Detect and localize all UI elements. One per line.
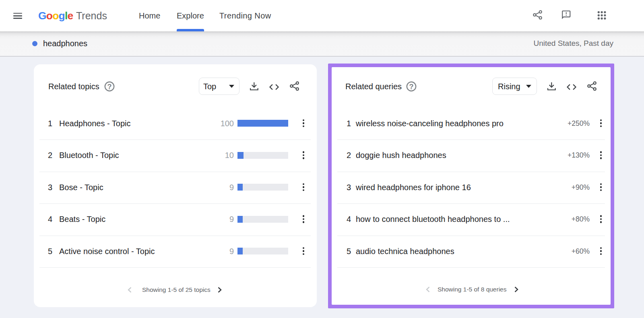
- svg-text:?: ?: [107, 83, 111, 91]
- svg-text:?: ?: [409, 83, 414, 91]
